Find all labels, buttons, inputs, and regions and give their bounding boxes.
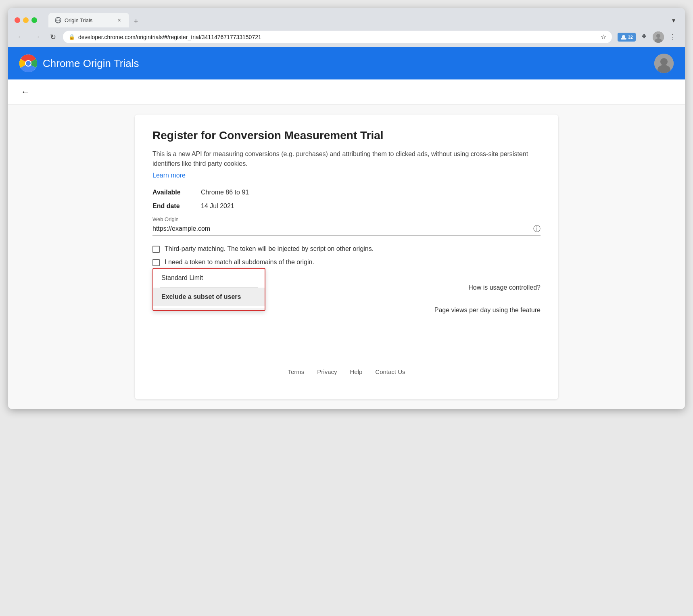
available-row: Available Chrome 86 to 91 bbox=[152, 189, 541, 196]
chrome-logo-icon bbox=[19, 54, 37, 72]
close-window-btn[interactable] bbox=[15, 17, 20, 23]
header-avatar-image bbox=[654, 54, 674, 73]
site-logo-area: Chrome Origin Trials bbox=[19, 54, 139, 72]
back-nav-bar: ← bbox=[8, 79, 685, 105]
page-views-label: Page views per day using the feature bbox=[434, 307, 541, 314]
title-bar: Origin Trials × + ▾ bbox=[8, 8, 685, 27]
subdomain-checkbox[interactable] bbox=[152, 259, 160, 266]
dropdown-item-standard[interactable]: Standard Limit bbox=[153, 269, 265, 287]
active-tab[interactable]: Origin Trials × bbox=[48, 13, 129, 27]
traffic-lights bbox=[15, 17, 37, 23]
usage-controlled-label: How is usage controlled? bbox=[468, 284, 541, 291]
web-origin-label: Web Origin bbox=[152, 216, 541, 222]
site-header: Chrome Origin Trials bbox=[8, 47, 685, 79]
form-card: Register for Conversion Measurement Tria… bbox=[135, 115, 558, 399]
learn-more-link[interactable]: Learn more bbox=[152, 172, 186, 179]
svg-point-8 bbox=[26, 61, 31, 66]
main-container: Register for Conversion Measurement Tria… bbox=[8, 105, 685, 409]
checkbox-third-party: Third-party matching. The token will be … bbox=[152, 245, 541, 253]
maximize-window-btn[interactable] bbox=[31, 17, 37, 23]
checkbox-subdomain: I need a token to match all subdomains o… bbox=[152, 259, 541, 266]
tabs-row: Origin Trials × + bbox=[48, 13, 664, 27]
puzzle-icon bbox=[641, 33, 648, 41]
subdomain-label: I need a token to match all subdomains o… bbox=[165, 259, 314, 266]
footer-help-link[interactable]: Help bbox=[350, 368, 362, 375]
svg-point-10 bbox=[660, 58, 668, 65]
available-value: Chrome 86 to 91 bbox=[201, 189, 249, 196]
footer-privacy-link[interactable]: Privacy bbox=[317, 368, 337, 375]
user-avatar[interactable] bbox=[653, 31, 664, 43]
dropdown-menu: Standard Limit Exclude a subset of users bbox=[152, 268, 265, 311]
dropdown-scrollbar bbox=[153, 308, 265, 310]
new-tab-btn[interactable]: + bbox=[131, 16, 142, 27]
extension-badge[interactable]: 32 bbox=[618, 33, 636, 42]
web-origin-field: Web Origin ⓘ bbox=[152, 216, 541, 236]
tab-title: Origin Trials bbox=[65, 17, 92, 23]
web-origin-input-wrap: ⓘ bbox=[152, 224, 541, 236]
page-footer: Terms Privacy Help Contact Us bbox=[152, 360, 541, 383]
reload-btn[interactable]: ↻ bbox=[47, 31, 59, 43]
usage-limit-section: Usage limit How is usage controlled? Pag… bbox=[152, 272, 541, 278]
footer-terms-link[interactable]: Terms bbox=[288, 368, 304, 375]
extension-icon bbox=[620, 34, 627, 40]
end-date-value: 14 Jul 2021 bbox=[201, 203, 234, 210]
browser-window: Origin Trials × + ▾ ← → ↻ 🔒 developer.ch… bbox=[8, 8, 685, 409]
minimize-window-btn[interactable] bbox=[23, 17, 29, 23]
browser-menu-btn[interactable]: ▾ bbox=[669, 15, 678, 26]
web-origin-input[interactable] bbox=[152, 225, 530, 232]
form-description: This is a new API for measuring conversi… bbox=[152, 149, 541, 169]
avatar-image bbox=[653, 31, 664, 43]
svg-point-4 bbox=[656, 34, 660, 38]
page-content: Chrome Origin Trials ← Register for Conv… bbox=[8, 47, 685, 409]
form-title: Register for Conversion Measurement Tria… bbox=[152, 129, 541, 142]
star-icon[interactable]: ☆ bbox=[601, 33, 606, 41]
end-date-row: End date 14 Jul 2021 bbox=[152, 203, 541, 210]
address-bar-input[interactable]: 🔒 developer.chrome.com/origintrials/#/re… bbox=[63, 31, 612, 43]
ext-badge-num: 32 bbox=[628, 35, 633, 40]
forward-nav-btn[interactable]: → bbox=[31, 31, 43, 43]
header-user-avatar[interactable] bbox=[654, 54, 674, 73]
available-label: Available bbox=[152, 189, 201, 196]
browser-options-btn[interactable]: ⋮ bbox=[666, 31, 678, 43]
address-bar: ← → ↻ 🔒 developer.chrome.com/origintrial… bbox=[8, 27, 685, 47]
site-title: Chrome Origin Trials bbox=[43, 57, 139, 70]
toolbar-icons: 32 ⋮ bbox=[618, 31, 678, 43]
end-date-label: End date bbox=[152, 203, 201, 210]
footer-links: Terms Privacy Help Contact Us bbox=[161, 368, 532, 375]
help-icon[interactable]: ⓘ bbox=[533, 224, 541, 234]
extensions-btn[interactable] bbox=[638, 31, 650, 43]
back-page-btn[interactable]: ← bbox=[19, 85, 31, 99]
tab-close-btn[interactable]: × bbox=[116, 16, 123, 24]
back-nav-btn[interactable]: ← bbox=[15, 31, 27, 43]
lock-icon: 🔒 bbox=[69, 34, 75, 40]
third-party-label: Third-party matching. The token will be … bbox=[165, 245, 374, 253]
third-party-checkbox[interactable] bbox=[152, 246, 160, 253]
tab-favicon-icon bbox=[55, 17, 61, 23]
url-display: developer.chrome.com/origintrials/#/regi… bbox=[78, 34, 597, 40]
dropdown-item-exclude[interactable]: Exclude a subset of users bbox=[153, 288, 265, 306]
footer-contact-link[interactable]: Contact Us bbox=[375, 368, 405, 375]
